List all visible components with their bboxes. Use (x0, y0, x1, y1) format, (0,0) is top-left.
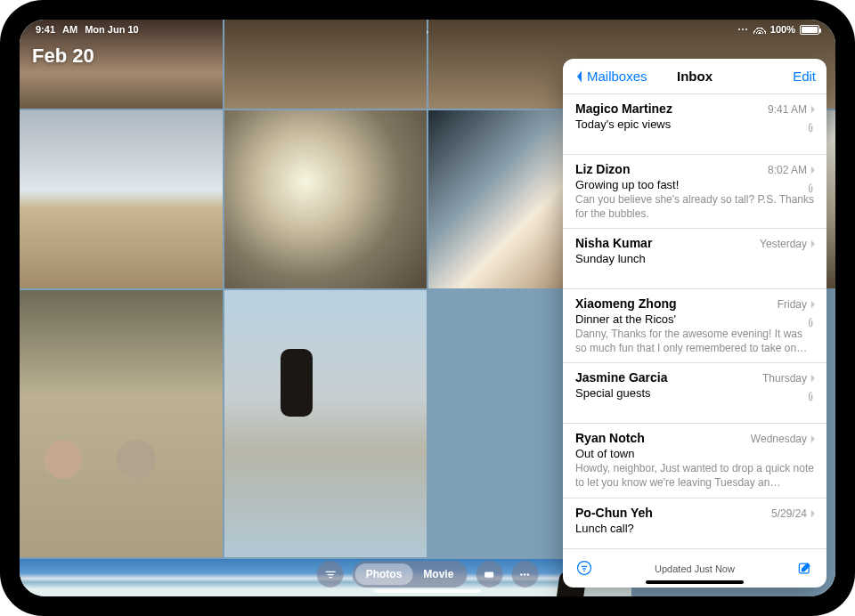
mail-item[interactable]: Nisha KumarYesterdaySunday lunch (563, 229, 826, 289)
slideover-home-indicator[interactable] (646, 580, 744, 584)
filter-icon (323, 568, 337, 581)
mail-list[interactable]: Magico Martinez9:41 AMToday's epic views… (563, 94, 826, 548)
view-segment[interactable]: Photos Movie (353, 561, 468, 588)
battery-percent: 100% (770, 24, 795, 35)
mail-subject: Dinner at the Ricos' (575, 312, 816, 326)
mail-subject: Special guests (575, 386, 816, 400)
mail-item[interactable]: Xiaomeng ZhongFridayDinner at the Ricos'… (563, 289, 826, 363)
mail-subject: Lunch call? (575, 522, 816, 535)
ellipsis-icon (518, 568, 532, 581)
back-label: Mailboxes (587, 69, 647, 84)
ipad-screen: 9:41 AM Mon Jun 10 100% ••• (20, 20, 835, 596)
photo-thumbnail[interactable] (224, 290, 428, 557)
chevron-left-icon (574, 69, 585, 84)
mail-preview: Can you believe she's already so tall? P… (575, 193, 816, 221)
svg-rect-0 (484, 571, 493, 577)
mail-time: 5/29/24 (771, 507, 816, 520)
mail-time: 8:02 AM (768, 164, 816, 176)
chevron-right-icon (810, 105, 816, 114)
mail-preview: Danny, Thanks for the awesome evening! I… (575, 328, 816, 355)
mail-item[interactable]: Po-Chun Yeh5/29/24Lunch call? (563, 498, 826, 548)
filter-circle-icon (575, 559, 593, 577)
chevron-right-icon (810, 300, 816, 309)
status-time: 9:41 (36, 24, 55, 35)
aspect-icon (483, 568, 496, 581)
filter-mail-button[interactable] (575, 559, 593, 579)
compose-icon (796, 559, 814, 577)
segment-photos[interactable]: Photos (355, 563, 413, 585)
mail-item[interactable]: Magico Martinez9:41 AMToday's epic views (563, 94, 826, 155)
mail-subject: Sunday lunch (575, 252, 816, 265)
mail-item[interactable]: Ryan NotchWednesdayOut of townHowdy, nei… (563, 424, 826, 498)
mail-time: Yesterday (760, 238, 816, 250)
chevron-right-icon (810, 509, 816, 518)
mail-preview: Howdy, neighbor, Just wanted to drop a q… (575, 462, 816, 490)
mail-sender: Magico Martinez (575, 101, 672, 116)
mail-item[interactable]: Jasmine GarciaThursdaySpecial guests (563, 363, 826, 424)
mail-time: Wednesday (751, 433, 816, 445)
mailboxes-back-button[interactable]: Mailboxes (574, 69, 647, 84)
wifi-icon (753, 25, 766, 34)
status-bar: 9:41 AM Mon Jun 10 100% (20, 20, 835, 39)
mail-sender: Nisha Kumar (575, 236, 652, 250)
photo-thumbnail[interactable] (224, 110, 428, 288)
photos-bottom-controls: Photos Movie (317, 561, 539, 588)
chevron-right-icon (810, 166, 816, 174)
mail-time: 9:41 AM (768, 103, 816, 116)
attachment-icon (807, 390, 816, 406)
mail-sender: Xiaomeng Zhong (575, 296, 677, 311)
mail-sender: Ryan Notch (575, 431, 645, 445)
attachment-icon (807, 316, 816, 332)
ipad-device-frame: 9:41 AM Mon Jun 10 100% ••• (0, 0, 855, 616)
svg-point-2 (524, 573, 526, 576)
battery-icon (800, 25, 819, 35)
compose-button[interactable] (796, 559, 814, 579)
mail-sender: Liz Dizon (575, 162, 630, 176)
segment-movie[interactable]: Movie (412, 563, 464, 585)
mail-subject: Out of town (575, 447, 816, 460)
mail-title: Inbox (677, 69, 712, 84)
chevron-right-icon (810, 374, 816, 383)
attachment-icon (807, 182, 816, 198)
mail-time: Thursday (762, 372, 816, 385)
chevron-right-icon (810, 239, 816, 248)
edit-button[interactable]: Edit (793, 69, 816, 84)
mail-header: Mailboxes Inbox Edit (563, 59, 826, 94)
attachment-icon (807, 121, 816, 137)
mail-slideover: ••• Mailboxes Inbox Edit Magico Martinez… (563, 59, 826, 588)
status-date: Mon Jun 10 (85, 24, 139, 35)
mail-subject: Growing up too fast! (575, 178, 816, 191)
chevron-right-icon (810, 434, 816, 443)
mail-sender: Jasmine Garcia (575, 370, 668, 385)
mail-time: Friday (778, 298, 816, 311)
aspect-button[interactable] (476, 561, 502, 588)
mail-item[interactable]: Liz Dizon8:02 AMGrowing up too fast!Can … (563, 155, 826, 229)
svg-point-4 (578, 561, 591, 574)
mail-toolbar: Updated Just Now (563, 548, 826, 588)
filter-button[interactable] (317, 561, 344, 588)
mail-status-text: Updated Just Now (655, 563, 735, 574)
mail-subject: Today's epic views (575, 118, 816, 131)
photos-date-title: Feb 20 (32, 45, 94, 68)
status-ampm: AM (62, 24, 77, 35)
more-button[interactable] (511, 561, 538, 588)
mail-sender: Po-Chun Yeh (575, 506, 653, 520)
svg-point-1 (520, 573, 523, 576)
photo-thumbnail[interactable] (20, 290, 223, 557)
photo-thumbnail[interactable] (20, 110, 223, 288)
home-indicator[interactable] (374, 589, 481, 593)
svg-point-3 (527, 573, 530, 576)
more-icon (738, 28, 740, 30)
